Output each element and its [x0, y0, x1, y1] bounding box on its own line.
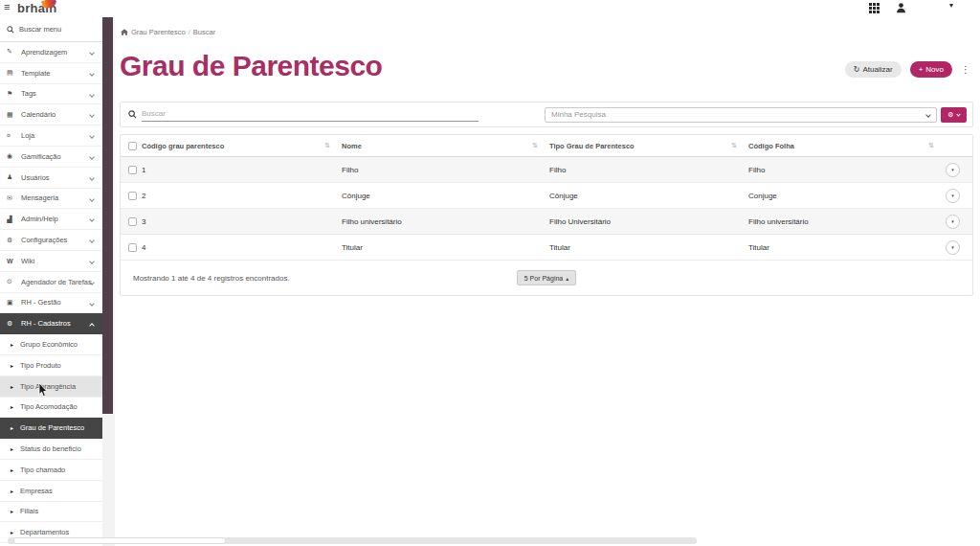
sort-icon[interactable]: ⇅: [731, 142, 737, 149]
column-header-codigo[interactable]: Código grau parentesco: [142, 142, 224, 150]
cell-codigo: 3: [142, 217, 342, 226]
apps-grid-icon[interactable]: [869, 3, 880, 13]
sidebar-item-filiais[interactable]: ▸Filiais: [0, 502, 102, 523]
user-account-icon[interactable]: [896, 2, 906, 13]
sidebar-item-mensageria[interactable]: ✉Mensageria: [0, 189, 102, 210]
sidebar-item-grupo-economico[interactable]: ▸Grupo Econômico: [0, 334, 102, 355]
sidebar-item-label: Configurações: [21, 236, 67, 244]
sidebar-item-tags[interactable]: ⚑Tags: [0, 84, 102, 105]
row-checkbox[interactable]: [128, 243, 137, 252]
row-checkbox[interactable]: [128, 192, 137, 200]
refresh-icon: ↻: [854, 65, 860, 74]
wiki-w-icon: W: [7, 258, 17, 264]
sidebar-item-label: Template: [21, 69, 50, 78]
select-all-checkbox[interactable]: [128, 142, 137, 150]
sidebar-item-label: Aprendizagem: [21, 48, 67, 57]
cell-folha: Conjuge: [748, 192, 946, 200]
row-actions-button[interactable]: ▾: [946, 189, 960, 203]
sidebar-item-grau-de-parentesco[interactable]: ▸Grau de Parentesco: [0, 418, 102, 439]
cell-nome: Filho universitário: [342, 217, 549, 226]
filter-settings-button[interactable]: ⚙: [941, 107, 967, 123]
sort-icon[interactable]: ⇅: [928, 142, 934, 149]
caret-right-icon: ▸: [11, 424, 13, 431]
sidebar-scrollbar[interactable]: [102, 17, 115, 546]
cell-tipo: Filho: [549, 166, 748, 174]
cell-folha: Filho universitário: [748, 217, 946, 226]
chevron-down-icon: [89, 238, 95, 243]
row-checkbox[interactable]: [128, 217, 137, 226]
horizontal-scrollbar-thumb[interactable]: [13, 537, 226, 544]
table-row: 1FilhoFilhoFilho▾: [121, 157, 972, 183]
breadcrumb-section[interactable]: Grau Parentesco: [131, 28, 186, 36]
sidebar-item-rh-gestao[interactable]: ▣RH - Gestão: [0, 293, 102, 314]
sidebar-item-loja[interactable]: ¤Loja: [0, 125, 102, 147]
table-row: 2CônjugeCônjugeConjuge▾: [121, 183, 972, 209]
sidebar-item-status-do-beneficio[interactable]: ▸Status do beneficio: [0, 439, 102, 460]
sidebar-item-admin-help[interactable]: ▟Admin/Help: [0, 209, 102, 230]
sidebar-item-empresas[interactable]: ▸Empresas: [0, 481, 102, 502]
sidebar-item-tipo-abrangencia[interactable]: ▸Tipo Abrangência: [0, 376, 102, 398]
sidebar-item-aprendizagem[interactable]: ✎Aprendizagem: [0, 42, 102, 63]
column-header-nome[interactable]: Nome: [342, 142, 362, 150]
saved-search-select[interactable]: Minha Pesquisa: [545, 107, 937, 123]
chevron-up-icon: [89, 324, 95, 330]
caret-right-icon: ▸: [11, 445, 13, 452]
caret-right-icon: ▸: [11, 383, 13, 390]
sidebar: ✎Aprendizagem▤Template⚑Tags▦Calendário¤L…: [0, 17, 102, 546]
horizontal-scrollbar[interactable]: [8, 537, 697, 544]
column-header-tipo[interactable]: Tipo Grau de Parentesco: [549, 142, 635, 150]
row-actions-button[interactable]: ▾: [946, 240, 960, 255]
sidebar-item-configuracoes[interactable]: ⚙Configurações: [0, 230, 102, 251]
plus-icon: +: [919, 65, 924, 74]
cell-codigo: 2: [142, 192, 342, 200]
chevron-down-icon: [89, 301, 95, 307]
row-actions-button[interactable]: ▾: [946, 215, 960, 229]
caret-right-icon: ▸: [11, 529, 13, 535]
results-table: Código grau parentesco ⇅ Nome ⇅ Tipo Gra…: [120, 134, 973, 296]
sidebar-search-input[interactable]: [19, 25, 90, 34]
sidebar-scrollbar-thumb[interactable]: [102, 17, 113, 414]
table-search-input[interactable]: [142, 107, 479, 122]
menu-icon[interactable]: ≡: [4, 1, 10, 12]
sidebar-item-wiki[interactable]: WWiki: [0, 251, 102, 272]
sort-icon[interactable]: ⇅: [324, 142, 330, 149]
sidebar-item-label: Usuários: [21, 173, 50, 182]
row-actions-button[interactable]: ▾: [946, 163, 960, 177]
sidebar-item-label: Wiki: [21, 257, 34, 265]
sidebar-item-tipo-produto[interactable]: ▸Tipo Produto: [0, 355, 102, 376]
gear-icon: ⚙: [947, 111, 953, 119]
per-page-button[interactable]: 5 Por Página ▴: [517, 270, 577, 285]
tag-icon: ⚑: [7, 90, 17, 98]
cell-tipo: Cônjuge: [549, 192, 748, 200]
sidebar-item-calendario[interactable]: ▦Calendário: [0, 104, 102, 125]
sidebar-item-gamificacao[interactable]: ◉Gamificação: [0, 147, 102, 168]
home-icon[interactable]: [121, 29, 128, 35]
sidebar-item-label: Tipo chamado: [20, 466, 65, 474]
cell-tipo: Filho Universitário: [549, 217, 748, 226]
sidebar-item-template[interactable]: ▤Template: [0, 63, 102, 84]
clock-icon: ⊙: [7, 278, 17, 285]
sort-icon[interactable]: ⇅: [532, 142, 538, 149]
kebab-menu-icon[interactable]: ⋮: [961, 64, 970, 75]
cell-nome: Filho: [342, 166, 549, 174]
sidebar-item-tipo-chamado[interactable]: ▸Tipo chamado: [0, 460, 102, 481]
sidebar-item-label: Tags: [21, 89, 36, 98]
column-header-folha[interactable]: Código Folha: [748, 142, 794, 150]
filter-card: Minha Pesquisa ⚙: [120, 102, 973, 127]
window-caret-icon[interactable]: ▾: [949, 1, 953, 10]
table-footer: Mostrando 1 até 4 de 4 registros encontr…: [121, 261, 972, 295]
row-checkbox[interactable]: [128, 166, 137, 174]
table-header-row: Código grau parentesco ⇅ Nome ⇅ Tipo Gra…: [121, 135, 972, 157]
sidebar-item-tipo-acomodacao[interactable]: ▸Tipo Acomodação: [0, 398, 102, 419]
gear-icon: ⚙: [7, 237, 17, 244]
cell-tipo: Titular: [549, 243, 748, 252]
caret-right-icon: ▸: [11, 362, 13, 369]
sidebar-item-rh-cadastros[interactable]: ⚙RH - Cadastros: [0, 313, 102, 334]
sidebar-item-usuarios[interactable]: ♟Usuários: [0, 168, 102, 189]
chevron-down-icon: [89, 133, 95, 139]
sidebar-item-label: Agendador de Tarefas: [21, 278, 92, 286]
caret-right-icon: ▸: [11, 403, 13, 410]
new-button[interactable]: + Novo: [910, 61, 952, 78]
refresh-button[interactable]: ↻ Atualizar: [845, 61, 902, 78]
sidebar-item-agendador-de-tarefas[interactable]: ⊙Agendador de Tarefas: [0, 272, 102, 293]
